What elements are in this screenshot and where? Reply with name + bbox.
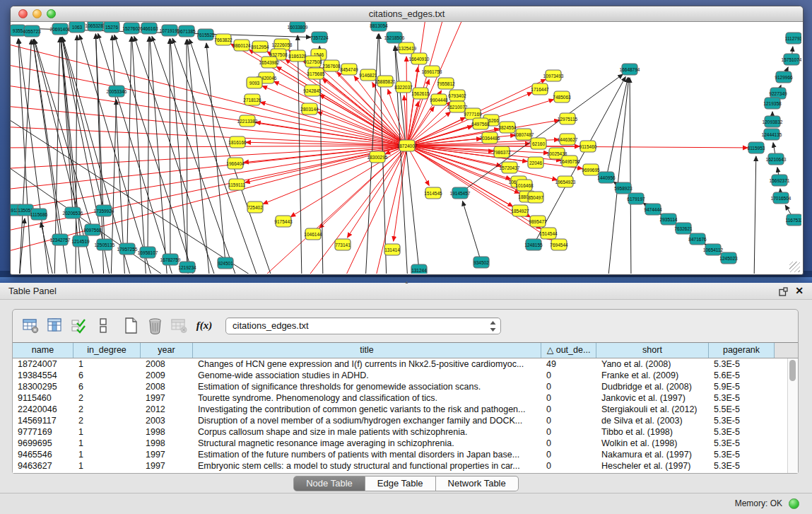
table-cell[interactable]: 5.3E-5 xyxy=(709,426,775,438)
table-cell[interactable]: 14569117 xyxy=(13,415,73,426)
graph-edge[interactable] xyxy=(754,156,756,274)
graph-edge[interactable] xyxy=(407,146,548,153)
table-cell[interactable]: Changes of HCN gene expression and I(f) … xyxy=(193,358,541,370)
table-cell[interactable]: 2 xyxy=(73,415,141,426)
scrollbar-thumb[interactable] xyxy=(789,360,796,381)
float-panel-icon[interactable] xyxy=(779,286,788,296)
table-cell[interactable]: 5.3E-5 xyxy=(709,438,775,449)
table-cell[interactable]: Franke et al. (2009) xyxy=(596,370,709,381)
table-cell[interactable]: 0 xyxy=(541,426,596,438)
table-cell[interactable]: 0 xyxy=(541,370,596,381)
table-cell[interactable]: 5.6E-5 xyxy=(709,370,775,381)
table-cell[interactable]: 0 xyxy=(541,460,596,472)
delete-table-icon[interactable] xyxy=(170,316,189,335)
table-cell[interactable]: Jankovic et al. (1997) xyxy=(596,392,709,404)
table-cell[interactable]: 9777169 xyxy=(13,426,73,438)
graph-edge[interactable] xyxy=(187,40,210,274)
table-row[interactable]: 946554611997Estimation of the future num… xyxy=(13,449,788,460)
window-resize-grip[interactable] xyxy=(789,262,800,272)
table-row[interactable]: 977716911998Corpus callosum shape and si… xyxy=(13,426,788,438)
column-header[interactable]: title xyxy=(193,343,541,358)
table-cell[interactable]: 1 xyxy=(73,449,141,460)
table-row[interactable]: 1830029562008Estimation of significance … xyxy=(13,381,788,392)
table-row[interactable]: 1872400712008Changes of HCN gene express… xyxy=(13,358,788,370)
table-cell[interactable]: 9465546 xyxy=(13,449,73,460)
table-cell[interactable]: 1998 xyxy=(141,438,193,449)
table-cell[interactable]: 2009 xyxy=(141,370,193,381)
column-header[interactable]: short xyxy=(596,343,709,358)
column-header[interactable]: pagerank xyxy=(709,343,775,358)
table-cell[interactable]: 1997 xyxy=(141,460,193,472)
new-table-icon[interactable] xyxy=(122,316,141,335)
table-cell[interactable]: 1 xyxy=(73,438,141,449)
table-cell[interactable]: 1 xyxy=(73,460,141,472)
function-builder-icon[interactable]: f(x) xyxy=(194,316,215,335)
table-cell[interactable]: 2008 xyxy=(141,358,193,370)
graph-edge[interactable] xyxy=(127,37,131,249)
table-cell[interactable]: 5.3E-5 xyxy=(709,449,775,460)
table-cell[interactable]: Structural magnetic resonance image aver… xyxy=(193,438,541,449)
table-cell[interactable]: 18300295 xyxy=(13,381,73,392)
table-cell[interactable]: 2003 xyxy=(141,415,193,426)
table-cell[interactable]: Dudbridge et al. (2008) xyxy=(596,381,709,392)
table-cell[interactable]: 0 xyxy=(541,381,596,392)
table-cell[interactable]: Estimation of significance thresholds fo… xyxy=(193,381,541,392)
table-cell[interactable]: Investigating the contribution of common… xyxy=(193,404,541,415)
table-cell[interactable]: 6 xyxy=(73,381,141,392)
graph-edge[interactable] xyxy=(261,102,407,146)
table-row[interactable]: 911546021997Tourette syndrome. Phenomeno… xyxy=(13,392,788,404)
table-cell[interactable]: 2 xyxy=(73,392,141,404)
splitter-handle[interactable]: ▴ xyxy=(404,280,410,284)
table-cell[interactable]: 1 xyxy=(73,426,141,438)
table-cell[interactable]: de Silva et al. (2003) xyxy=(596,415,709,426)
column-header[interactable]: name xyxy=(13,343,73,358)
table-cell[interactable]: 19384554 xyxy=(13,370,73,381)
table-cell[interactable]: 49 xyxy=(541,358,596,370)
table-cell[interactable]: 2 xyxy=(73,404,141,415)
table-cell[interactable]: 5.9E-5 xyxy=(709,381,775,392)
graph-edge[interactable] xyxy=(114,35,196,274)
delete-trash-icon[interactable] xyxy=(146,316,165,335)
table-selector[interactable]: citations_edges.txt xyxy=(225,317,501,334)
tab-node-table[interactable]: Node Table xyxy=(293,476,365,491)
close-panel-icon[interactable]: ✕ xyxy=(795,284,804,298)
table-cell[interactable]: Genome-wide association studies in ADHD. xyxy=(193,370,541,381)
network-canvas-svg[interactable]: 1872400798601248912954122260589327508165… xyxy=(11,22,801,274)
graph-edge[interactable] xyxy=(152,36,238,274)
graph-edge[interactable] xyxy=(134,36,217,274)
table-cell[interactable]: 1997 xyxy=(141,392,193,404)
graph-edge[interactable] xyxy=(262,86,407,146)
graph-edge[interactable] xyxy=(246,142,407,146)
table-cell[interactable]: 1997 xyxy=(141,449,193,460)
table-settings-icon[interactable] xyxy=(21,316,40,335)
table-cell[interactable]: 0 xyxy=(541,449,596,460)
table-cell[interactable]: Tibbo et al. (1998) xyxy=(596,426,709,438)
window-titlebar[interactable]: citations_edges.txt xyxy=(11,6,803,22)
table-cell[interactable]: Corpus callosum shape and size in male p… xyxy=(193,426,541,438)
graph-edge[interactable] xyxy=(317,112,407,146)
graph-edge[interactable] xyxy=(170,39,170,259)
graph-edge[interactable] xyxy=(170,39,189,274)
table-cell[interactable]: 2012 xyxy=(141,404,193,415)
table-cell[interactable]: 5.3E-5 xyxy=(709,415,775,426)
table-cell[interactable]: 5.3E-5 xyxy=(709,460,775,472)
table-cell[interactable]: Estimation of the future numbers of pati… xyxy=(193,449,541,460)
graph-edge[interactable] xyxy=(463,201,481,262)
graph-edge[interactable] xyxy=(630,78,631,274)
table-cell[interactable]: 1998 xyxy=(141,426,193,438)
graph-edge[interactable] xyxy=(148,37,149,252)
column-header[interactable]: in_degree xyxy=(73,343,141,358)
table-cell[interactable]: Hescheler et al. (1997) xyxy=(596,460,709,472)
table-cell[interactable]: 1 xyxy=(73,358,141,370)
table-cell[interactable]: 0 xyxy=(541,392,596,404)
show-columns-icon[interactable] xyxy=(45,316,64,335)
graph-edge[interactable] xyxy=(187,40,187,267)
table-cell[interactable]: Disruption of a novel member of a sodium… xyxy=(193,415,541,426)
table-cell[interactable]: 6 xyxy=(73,370,141,381)
table-cell[interactable]: Wolkin et al. (1998) xyxy=(596,438,709,449)
graph-edge[interactable] xyxy=(298,35,302,274)
table-cell[interactable]: 5.3E-5 xyxy=(709,358,775,370)
network-canvas[interactable]: 1872400798601248912954122260589327508165… xyxy=(11,22,801,274)
graph-edge[interactable] xyxy=(407,146,748,148)
table-cell[interactable]: Stergiakouli et al. (2012) xyxy=(596,404,709,415)
